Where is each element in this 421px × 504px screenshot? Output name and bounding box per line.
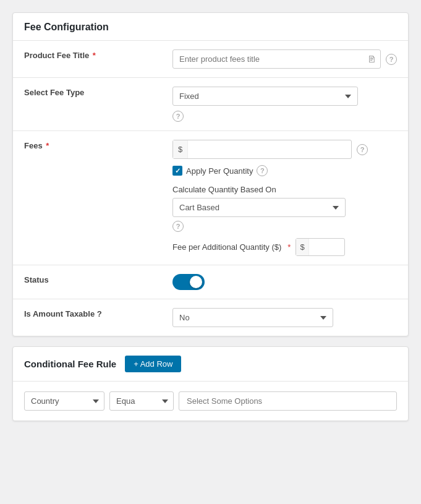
dollar-sign-1: $	[173, 140, 188, 158]
conditional-rule-row: Country State City Equa Not Equals	[24, 391, 397, 411]
is-amount-taxable-label-cell: Is Amount Taxable ?	[13, 299, 161, 336]
dollar-sign-2: $	[296, 239, 308, 255]
fee-configuration-header: Fee Configuration	[13, 13, 408, 41]
cart-based-select-wrapper: Cart Based Item Based	[172, 198, 346, 217]
status-label: Status	[24, 275, 49, 284]
is-amount-taxable-select[interactable]: No Yes	[172, 308, 333, 327]
fees-amount-input[interactable]	[188, 140, 351, 158]
fee-additional-input-group: $	[296, 238, 345, 256]
fees-dollar-input-group: $	[172, 140, 352, 159]
toggle-track	[172, 274, 205, 290]
product-fee-help-icon[interactable]: ?	[386, 54, 397, 65]
status-toggle-cell	[161, 265, 408, 299]
is-amount-taxable-label: Is Amount Taxable ?	[24, 309, 102, 318]
country-select-wrapper: Country State City	[24, 391, 104, 411]
fees-input-cell: $ ? Apply Per Quantity ?	[161, 131, 408, 265]
fee-configuration-table: Product Fee Title * 🖹 ? Select Fe	[13, 41, 408, 336]
fee-configuration-card: Fee Configuration Product Fee Title * 🖹 …	[12, 12, 409, 336]
cart-based-select[interactable]: Cart Based Item Based	[172, 198, 346, 217]
fee-type-help-icon[interactable]: ?	[172, 111, 184, 122]
fees-row: Fees * $ ?	[13, 131, 408, 265]
product-fee-title-input-cell: 🖹 ?	[161, 41, 408, 78]
fees-dollar-wrap: $ ?	[172, 140, 397, 159]
is-amount-taxable-row: Is Amount Taxable ? No Yes	[13, 299, 408, 336]
cart-based-help-icon[interactable]: ?	[172, 221, 184, 232]
select-fee-type-label: Select Fee Type	[24, 88, 84, 97]
select-fee-type-label-cell: Select Fee Type	[13, 78, 161, 131]
fee-type-help-wrap: ?	[172, 111, 397, 122]
fees-section: $ ? Apply Per Quantity ?	[172, 140, 397, 256]
required-star-2: *	[46, 141, 49, 150]
equals-select[interactable]: Equa Not Equals	[109, 391, 174, 411]
toggle-thumb	[190, 276, 202, 288]
apply-per-qty-help-icon[interactable]: ?	[257, 165, 268, 176]
product-fee-title-label: Product Fee Title	[24, 51, 89, 60]
product-fee-title-input-wrap: 🖹	[172, 49, 381, 69]
select-some-options-input[interactable]	[179, 391, 397, 411]
calculate-qty-label: Calculate Quantity Based On	[172, 185, 397, 194]
fee-type-select[interactable]: Fixed Percentage	[172, 87, 358, 106]
country-select[interactable]: Country State City	[24, 391, 104, 411]
is-amount-taxable-select-wrapper: No Yes	[172, 308, 333, 327]
fees-help-icon[interactable]: ?	[357, 144, 368, 155]
fees-label-cell: Fees *	[13, 131, 161, 265]
fee-additional-label: Fee per Additional Quantity ($)	[172, 242, 281, 252]
fee-additional-row: Fee per Additional Quantity ($) * $	[172, 238, 397, 256]
conditional-fee-rule-title: Conditional Fee Rule	[24, 359, 116, 369]
add-row-button[interactable]: + Add Row	[125, 356, 181, 372]
product-fee-title-input-group: 🖹 ?	[172, 49, 397, 69]
conditional-fee-rule-header: Conditional Fee Rule + Add Row	[13, 347, 408, 382]
select-fee-type-row: Select Fee Type Fixed Percentage ?	[13, 78, 408, 131]
required-star-3: *	[287, 242, 291, 252]
conditional-fee-rule-body: Country State City Equa Not Equals	[13, 382, 408, 421]
fee-type-select-wrapper: Fixed Percentage	[172, 87, 358, 106]
apply-per-quantity-checkbox[interactable]	[172, 166, 182, 176]
calculate-qty-section: Calculate Quantity Based On Cart Based I…	[172, 182, 397, 232]
fee-configuration-title: Fee Configuration	[24, 22, 397, 33]
conditional-fee-rule-card: Conditional Fee Rule + Add Row Country S…	[12, 346, 409, 421]
fee-additional-input[interactable]	[309, 239, 345, 255]
apply-per-quantity-label: Apply Per Quantity	[186, 166, 253, 176]
is-amount-taxable-select-cell: No Yes	[161, 299, 408, 336]
product-fee-title-row: Product Fee Title * 🖹 ?	[13, 41, 408, 78]
document-icon: 🖹	[367, 54, 376, 64]
status-label-cell: Status	[13, 265, 161, 299]
status-toggle[interactable]	[172, 274, 205, 290]
apply-per-quantity-row: Apply Per Quantity ?	[172, 165, 397, 176]
cart-based-select-row: Cart Based Item Based	[172, 198, 397, 217]
product-fee-title-input[interactable]	[172, 49, 381, 69]
fees-label: Fees	[24, 141, 43, 150]
cart-based-help-wrap: ?	[172, 221, 397, 232]
required-star-1: *	[93, 51, 96, 60]
status-row: Status	[13, 265, 408, 299]
page-wrapper: Fee Configuration Product Fee Title * 🖹 …	[12, 12, 409, 431]
equals-select-wrapper: Equa Not Equals	[109, 391, 174, 411]
product-fee-title-label-cell: Product Fee Title *	[13, 41, 161, 78]
select-fee-type-input-cell: Fixed Percentage ?	[161, 78, 408, 131]
